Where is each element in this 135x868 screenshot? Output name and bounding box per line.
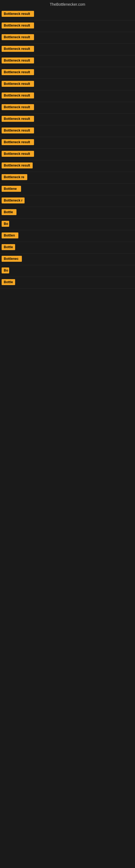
list-item: Bottleneck result bbox=[0, 44, 135, 55]
list-item: Bottle bbox=[0, 242, 135, 254]
bottleneck-badge[interactable]: Bottleneck result bbox=[2, 23, 34, 29]
bottleneck-badge[interactable]: Bottle bbox=[2, 244, 15, 250]
site-title: TheBottlenecker.com bbox=[0, 0, 135, 9]
list-item: Bottleneck result bbox=[0, 102, 135, 114]
list-item: Bottleneck re bbox=[0, 172, 135, 184]
list-item: Bottleneck result bbox=[0, 67, 135, 79]
bottleneck-badge[interactable]: Bottle bbox=[2, 209, 16, 215]
bottleneck-badge[interactable]: Bottleneck re bbox=[2, 174, 27, 180]
list-item: Bottleneck result bbox=[0, 9, 135, 20]
bottleneck-badge[interactable]: Bottlenec bbox=[2, 256, 22, 262]
list-item: Bottleneck result bbox=[0, 79, 135, 90]
site-header: TheBottlenecker.com bbox=[0, 0, 135, 9]
list-item: Bottle bbox=[0, 207, 135, 219]
bottleneck-badge[interactable]: Bottle bbox=[2, 279, 15, 285]
list-item: Bottleneck result bbox=[0, 32, 135, 44]
bottleneck-badge[interactable]: Bottleneck r bbox=[2, 197, 25, 204]
list-item: Bottleneck result bbox=[0, 137, 135, 149]
bottleneck-badge[interactable]: Bottlen bbox=[2, 232, 18, 239]
bottleneck-badge[interactable]: Bottleneck result bbox=[2, 116, 34, 122]
bottleneck-badge[interactable]: Bottleneck result bbox=[2, 139, 34, 145]
list-item: Bottleneck result bbox=[0, 125, 135, 137]
list-item: Bottlen bbox=[0, 230, 135, 242]
bottleneck-badge[interactable]: Bottleneck result bbox=[2, 104, 34, 110]
bottleneck-badge[interactable]: Bottleneck result bbox=[2, 46, 34, 52]
list-item: Bo bbox=[0, 265, 135, 277]
list-item: Bottle bbox=[0, 277, 135, 289]
bottleneck-badge[interactable]: Bottleneck result bbox=[2, 58, 34, 63]
bottleneck-badge[interactable]: Bo bbox=[2, 221, 9, 227]
bottleneck-badge[interactable]: Bottleneck result bbox=[2, 81, 34, 87]
list-item: Bottlenec bbox=[0, 254, 135, 265]
bottleneck-badge[interactable]: Bottleneck result bbox=[2, 93, 34, 98]
page-container: TheBottlenecker.com Bottleneck resultBot… bbox=[0, 0, 135, 289]
bottleneck-badge[interactable]: Bottleneck result bbox=[2, 11, 34, 17]
list-item: Bottlene bbox=[0, 184, 135, 195]
list-item: Bottleneck result bbox=[0, 160, 135, 172]
bottleneck-badge[interactable]: Bottleneck result bbox=[2, 127, 34, 133]
list-item: Bottleneck result bbox=[0, 114, 135, 125]
list-item: Bottleneck r bbox=[0, 195, 135, 207]
list-item: Bottleneck result bbox=[0, 20, 135, 32]
bottleneck-badge[interactable]: Bottleneck result bbox=[2, 162, 33, 168]
results-list: Bottleneck resultBottleneck resultBottle… bbox=[0, 9, 135, 289]
bottleneck-badge[interactable]: Bottleneck result bbox=[2, 151, 34, 157]
bottleneck-badge[interactable]: Bo bbox=[2, 268, 9, 273]
list-item: Bottleneck result bbox=[0, 90, 135, 102]
list-item: Bottleneck result bbox=[0, 55, 135, 67]
list-item: Bo bbox=[0, 219, 135, 230]
list-item: Bottleneck result bbox=[0, 149, 135, 160]
bottleneck-badge[interactable]: Bottleneck result bbox=[2, 69, 34, 75]
bottleneck-badge[interactable]: Bottlene bbox=[2, 186, 21, 192]
bottleneck-badge[interactable]: Bottleneck result bbox=[2, 34, 34, 40]
